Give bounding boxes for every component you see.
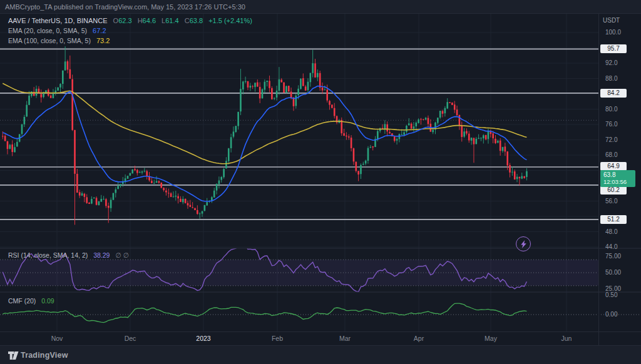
ema20-row[interactable]: EMA (20, close, 0, SMA, 5) 67.2 — [8, 27, 252, 35]
time-axis-month-label: Nov — [51, 335, 63, 342]
ema20-label: EMA (20, close, 0, SMA, 5) — [8, 27, 87, 34]
last-price-label: 63.812:03:56 — [600, 170, 635, 187]
chart-legend: AAVE / TetherUS, 1D, BINANCE O62.3 H64.6… — [8, 17, 252, 47]
level-price-label: 64.9 — [600, 162, 627, 171]
last-price-value: 63.8 — [603, 171, 635, 178]
time-axis-month-label: Feb — [272, 335, 283, 342]
cmf-tick-label: 0.50 — [605, 291, 617, 299]
price-tick-label: 56.0 — [605, 198, 617, 205]
symbol-title: AAVE / TetherUS, 1D, BINANCE — [8, 17, 108, 24]
ohlc-high-value: 64.6 — [143, 17, 156, 24]
price-tick-label: 68.0 — [605, 151, 617, 159]
change-value: +1.5 (+2.41%) — [208, 17, 252, 24]
level-price-label: 60.2 — [600, 186, 627, 195]
ohlc-open-key: O — [113, 17, 119, 24]
level-price-label: 51.2 — [600, 215, 627, 224]
price-tick-label: 48.0 — [605, 228, 617, 236]
rsi-legend-row[interactable]: RSI (14, close, SMA, 14, 2) 38.29 ∅ ∅ — [8, 251, 129, 259]
time-axis-month-label: Jun — [562, 335, 572, 342]
price-axis-currency: USDT — [603, 17, 620, 24]
ema100-row[interactable]: EMA (100, close, 0, SMA, 5) 73.2 — [8, 37, 252, 45]
tradingview-chart-window: AMBCrypto_TA published on TradingView.co… — [0, 0, 641, 364]
price-tick-label: 76.0 — [605, 121, 617, 128]
ema100-label: EMA (100, close, 0, SMA, 5) — [8, 37, 91, 44]
rsi-value: 38.29 — [93, 251, 110, 259]
ema20-value: 67.2 — [93, 27, 106, 34]
ema100-value: 73.2 — [96, 37, 110, 44]
time-axis-month-label: 2023 — [196, 335, 210, 342]
time-axis[interactable]: NovDec2023FebMarAprMayJun — [0, 331, 641, 345]
price-tick-label: 80.0 — [605, 106, 617, 113]
flash-bolt-button[interactable] — [516, 236, 531, 251]
price-tick-label: 88.0 — [605, 75, 617, 83]
tradingview-logo-icon[interactable] — [8, 351, 19, 360]
ohlc-high-key: H — [138, 17, 143, 24]
cmf-label: CMF (20) — [8, 297, 36, 305]
cmf-value: 0.09 — [41, 297, 54, 305]
rsi-tick-label: 75.00 — [605, 253, 621, 260]
footer-bar: TradingView — [0, 345, 641, 364]
price-tick-label: 100.0 — [605, 29, 621, 36]
price-tick-label: 44.0 — [605, 243, 617, 251]
ohlc-close-key: C — [185, 17, 190, 24]
time-axis-month-label: Mar — [339, 335, 351, 342]
bar-countdown: 12:03:56 — [603, 178, 635, 185]
level-price-label: 84.2 — [600, 89, 627, 98]
time-axis-month-label: Apr — [414, 335, 424, 342]
time-axis-month-label: May — [485, 335, 497, 342]
cmf-tick-label: 0.00 — [605, 311, 617, 318]
rsi-tick-label: 50.00 — [605, 269, 621, 276]
price-axis[interactable]: USDT 100.092.088.080.076.072.068.056.048… — [598, 14, 641, 345]
ohlc-close-value: 63.8 — [190, 17, 203, 24]
rsi-label: RSI (14, close, SMA, 14, 2) — [8, 251, 88, 259]
tradingview-wordmark[interactable]: TradingView — [21, 351, 68, 360]
price-tick-label: 72.0 — [605, 136, 617, 144]
lightning-bolt-icon — [520, 240, 527, 248]
level-price-label: 95.7 — [600, 44, 627, 53]
chart-canvas[interactable] — [0, 0, 641, 364]
symbol-row[interactable]: AAVE / TetherUS, 1D, BINANCE O62.3 H64.6… — [8, 17, 252, 25]
time-axis-month-label: Dec — [125, 335, 136, 342]
rsi-empty-values: ∅ ∅ — [115, 251, 128, 259]
ohlc-low-value: 61.4 — [165, 17, 178, 24]
cmf-legend-row[interactable]: CMF (20) 0.09 — [8, 297, 54, 305]
price-tick-label: 92.0 — [605, 59, 617, 67]
ohlc-open-value: 62.3 — [118, 17, 131, 24]
